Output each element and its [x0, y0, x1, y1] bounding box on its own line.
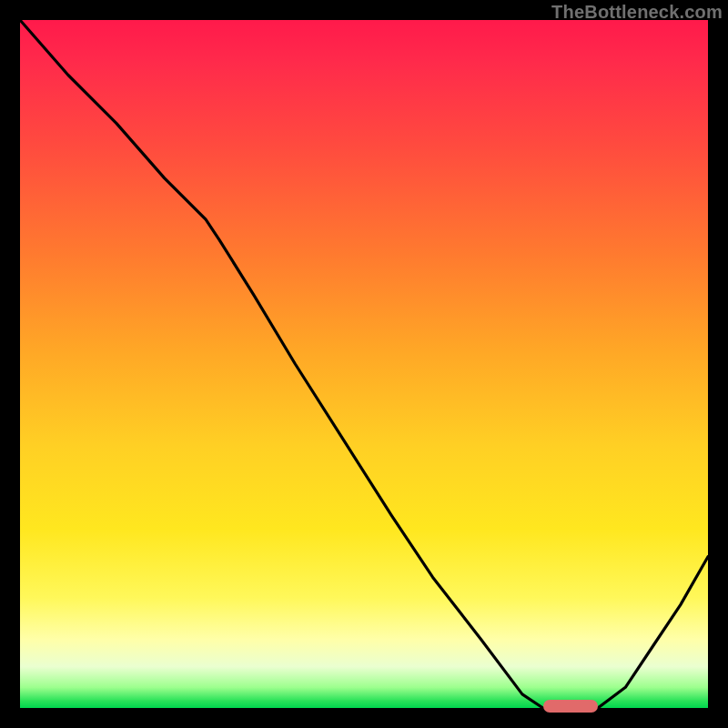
optimal-range-marker [543, 700, 598, 713]
plot-area [20, 20, 708, 708]
watermark-text: TheBottleneck.com [551, 2, 723, 23]
bottleneck-curve [20, 20, 708, 708]
chart-frame: TheBottleneck.com [0, 0, 728, 728]
